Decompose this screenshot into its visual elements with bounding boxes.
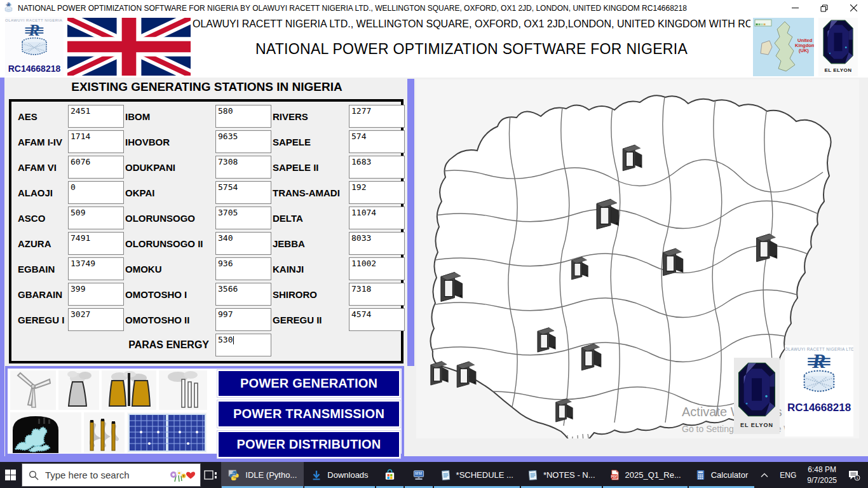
pdf-icon: PDF [609, 469, 620, 481]
station-label: AZURA [15, 238, 67, 249]
clock-time: 6:48 PM [808, 464, 836, 475]
station-label: OKPAI [125, 187, 214, 198]
smoke-stacks-image [84, 412, 125, 453]
taskbar-app-notepad-schedule[interactable]: *SCHEDULE ... [433, 462, 520, 488]
main-content: EXISTING GENERATING STATIONS IN NIGERIA … [0, 78, 868, 462]
station-value-field[interactable]: 936 [215, 257, 271, 280]
taskbar-app-label: Calculator [711, 470, 749, 480]
taskbar-app-idle[interactable]: IDLE (Pytho... [221, 462, 304, 488]
station-value-field[interactable]: 580 [215, 105, 271, 128]
station-label: OMOKU [125, 264, 214, 274]
power-plant-icon[interactable] [454, 360, 478, 389]
clock[interactable]: 6:48 PM 9/7/2025 [802, 462, 842, 488]
taskbar-app-store[interactable] [376, 462, 404, 488]
station-label: GEREGU II [273, 315, 348, 325]
station-label: TRANS-AMADI [273, 187, 348, 198]
station-value-field[interactable]: 13749 [68, 257, 124, 280]
station-value-field[interactable]: 192 [349, 181, 405, 204]
power-plant-icon[interactable] [534, 326, 557, 353]
station-value-field[interactable]: 8033 [349, 232, 405, 255]
station-value-field[interactable]: 530 [215, 334, 271, 356]
station-value-field[interactable]: 7318 [349, 283, 405, 306]
power-plant-icon[interactable] [620, 143, 644, 172]
system-tray: ENG 6:48 PM 9/7/2025 1 [755, 462, 868, 488]
station-value-field[interactable]: 1714 [68, 130, 124, 153]
minimize-button[interactable] [780, 0, 810, 16]
search-input[interactable] [44, 469, 163, 481]
language-indicator[interactable]: ENG [774, 462, 802, 488]
station-value-field[interactable]: 574 [349, 130, 405, 153]
station-label: ALAOJI [15, 187, 67, 198]
uk-map-image: United Kingdom (UK) [753, 18, 814, 76]
search-icon [29, 470, 39, 480]
station-value-field[interactable]: 3566 [215, 283, 271, 306]
notepad-icon [527, 469, 538, 481]
station-value-field[interactable]: 340 [215, 232, 271, 255]
power-plant-icon[interactable] [660, 247, 685, 277]
station-value-field[interactable]: 11074 [349, 207, 405, 229]
station-label: AFAM I-IV [15, 137, 67, 147]
company-logo-card-map: OLAWUYI RACETT NIGERIA LTD. RC14668218 [785, 345, 853, 437]
station-value-field[interactable]: 1277 [349, 105, 405, 128]
station-label: EGBAIN [15, 264, 67, 274]
taskbar-app-pdf-report[interactable]: PDF 2025_Q1_Re... [602, 462, 688, 488]
station-value-field[interactable]: 11002 [349, 257, 405, 280]
power-plant-icon[interactable] [593, 197, 621, 231]
station-label: IBOM [125, 111, 214, 122]
power-plant-icon[interactable] [553, 397, 574, 423]
app-title: NATIONAL POWER OPTIMIZATION SOFTWARE FOR… [193, 41, 750, 58]
company-registration: RC14668218 [785, 402, 853, 414]
station-label: GBARAIN [15, 289, 67, 300]
monitor-keyboard-icon [412, 469, 425, 481]
company-logo-name: OLAWUYI RACETT NIGERIA LTD. [785, 347, 853, 351]
close-button[interactable] [839, 0, 868, 16]
task-view-icon [204, 470, 218, 480]
station-value-field[interactable]: 4574 [349, 308, 405, 331]
power-generation-button[interactable]: POWER GENERATION [217, 370, 400, 397]
notification-center-button[interactable]: 1 [842, 462, 868, 488]
microsoft-store-icon [384, 469, 396, 481]
power-plant-icon[interactable] [569, 255, 590, 281]
tray-chevron-button[interactable] [755, 462, 774, 488]
gem-logo-card-map: EL ELYON [734, 358, 780, 434]
download-arrow-icon [311, 470, 322, 481]
taskbar-app-system-monitor[interactable] [404, 462, 433, 488]
power-transmission-button[interactable]: POWER TRANSMISSION [217, 400, 400, 428]
notification-badge: 1 [856, 476, 858, 480]
power-plant-icon[interactable] [578, 342, 603, 372]
power-plant-icon[interactable] [753, 232, 779, 263]
station-label: DELTA [273, 213, 348, 224]
stations-panel-title: EXISTING GENERATING STATIONS IN NIGERIA [6, 80, 407, 94]
station-value-field[interactable]: 5754 [215, 181, 271, 204]
power-plant-icon[interactable] [437, 270, 465, 303]
window-titlebar: NATIONAL POWER OPTIMIZATION SOFTWARE FOR… [0, 0, 868, 16]
station-label: ASCO [15, 213, 67, 224]
task-view-button[interactable] [201, 462, 221, 488]
station-value-field[interactable]: 997 [215, 308, 271, 331]
station-value-field[interactable]: 7308 [215, 156, 271, 179]
station-value-field[interactable]: 3027 [68, 308, 124, 331]
taskbar-app-calculator[interactable]: Calculator [688, 462, 756, 488]
station-value-field[interactable]: 509 [68, 207, 124, 229]
restore-button[interactable] [810, 0, 839, 16]
start-button[interactable] [0, 462, 22, 488]
station-value-field[interactable]: 399 [68, 283, 124, 306]
station-value-field[interactable]: 1683 [349, 156, 405, 179]
station-value-field[interactable]: 7491 [68, 232, 124, 255]
power-plant-icon[interactable] [428, 360, 450, 386]
clock-date: 9/7/2025 [807, 475, 837, 485]
left-accent-strip [0, 78, 4, 456]
flowers-heart-icon [168, 468, 196, 482]
power-distribution-button[interactable]: POWER DISTRIBUTION [217, 431, 400, 458]
chevron-up-icon [761, 473, 768, 478]
taskbar-search[interactable] [22, 463, 201, 487]
solar-panel-image [127, 412, 207, 453]
taskbar-app-downloads[interactable]: Downloads [304, 462, 375, 488]
station-value-field[interactable]: 3705 [215, 207, 271, 229]
station-value-field[interactable]: 0 [68, 181, 124, 204]
station-value-field[interactable]: 9635 [215, 130, 271, 153]
station-value-field[interactable]: 6076 [68, 156, 124, 179]
taskbar: IDLE (Pytho... Downloads * [0, 462, 868, 488]
station-value-field[interactable]: 2451 [68, 105, 124, 128]
taskbar-app-notepad-notes[interactable]: *NOTES - N... [520, 462, 602, 488]
